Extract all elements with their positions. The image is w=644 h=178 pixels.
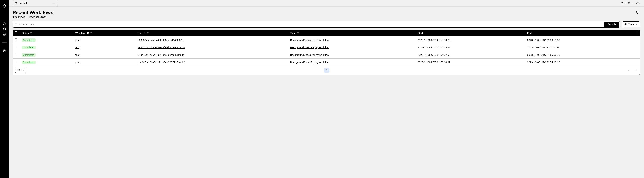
col-run-id: Run ID (138, 32, 146, 35)
separator-dot: • (26, 16, 28, 18)
run-id-link[interactable]: d68d934b-ec53-445f-8f05-c574049fc82b (138, 39, 184, 41)
start-time: 2023-11-08 UTC 21:58:50.73 (418, 39, 450, 41)
svg-point-5 (16, 3, 16, 4)
end-time: 2023-11-08 UTC 21:57:15.95 (527, 46, 560, 49)
page-size-selector[interactable]: 100 (15, 68, 26, 73)
schedules-nav-icon[interactable] (2, 27, 6, 31)
col-status: Status (22, 32, 29, 35)
col-type: Type (290, 32, 296, 35)
workflow-type-link[interactable]: BackgroundCheckReplayWorkflow (290, 46, 329, 49)
start-time: 2023-11-08 UTC 21:56:15.93 (418, 46, 450, 49)
workflow-type-link[interactable]: BackgroundCheckReplayWorkflow (290, 61, 329, 64)
status-badge: Completed (22, 38, 36, 42)
svg-point-4 (15, 2, 17, 4)
row-checkbox[interactable] (15, 38, 18, 41)
workflow-id-link[interactable]: test (76, 46, 80, 49)
workflow-type-link[interactable]: BackgroundCheckReplayWorkflow (290, 53, 329, 56)
target-icon (15, 2, 18, 5)
run-id-link[interactable]: 640b46c1-e56b-4031-bf86-e8fbd4034d4b (138, 53, 184, 56)
search-wrapper: Search (12, 21, 620, 28)
table-row: Completedtestce44a7be-8ba0-4111-b8af-998… (13, 59, 640, 66)
select-all-checkbox[interactable] (15, 32, 18, 34)
run-id-link[interactable]: 4e461b7c-db5d-491e-8f42-b84e3c849b30 (138, 46, 185, 49)
refresh-button[interactable] (635, 10, 640, 15)
status-badge: Completed (22, 61, 36, 64)
svg-point-0 (3, 22, 6, 25)
chevron-down-icon (22, 70, 24, 71)
svg-rect-2 (3, 33, 6, 34)
svg-point-10 (637, 33, 638, 33)
table-row: Completedtest640b46c1-e56b-4031-bf86-e8f… (13, 51, 640, 59)
filter-icon[interactable] (90, 32, 92, 34)
filter-icon[interactable] (147, 32, 149, 34)
next-page-button[interactable] (634, 69, 638, 72)
end-time: 2023-11-08 UTC 21:55:37.70 (527, 53, 560, 56)
workflows-nav-icon[interactable] (2, 22, 6, 26)
clock-icon (621, 2, 623, 5)
svg-point-11 (637, 34, 638, 34)
time-filter-label: All Time (624, 23, 634, 26)
filter-icon[interactable] (30, 32, 32, 34)
col-end: End (527, 32, 532, 35)
namespace-selector[interactable]: default (12, 1, 57, 6)
column-config-icon[interactable] (637, 32, 638, 35)
start-time: 2023-11-08 UTC 21:54:37.68 (418, 53, 450, 56)
page-title: Recent Workflows (12, 10, 53, 15)
row-checkbox[interactable] (15, 53, 18, 56)
temporal-logo-icon[interactable] (2, 3, 6, 10)
download-json-link[interactable]: Download JSON (29, 16, 46, 18)
table-row: Completedtest4e461b7c-db5d-491e-8f42-b84… (13, 44, 640, 51)
svg-point-9 (637, 32, 638, 32)
pagination: 100 1 (13, 66, 640, 75)
namespaces-nav-icon[interactable] (2, 49, 6, 53)
workflow-id-link[interactable]: test (76, 53, 80, 56)
workflow-id-link[interactable]: test (76, 61, 80, 64)
page-size-value: 100 (17, 69, 22, 72)
workflow-id-link[interactable]: test (76, 39, 80, 41)
workflows-table: Status Workflow ID Run ID Type Start End… (12, 30, 640, 75)
search-button[interactable]: Search (604, 22, 620, 27)
chevron-down-icon (53, 2, 55, 4)
run-id-link[interactable]: ce44a7be-8ba0-4111-b8af-9987725cabb2 (138, 61, 185, 64)
timezone-value: UTC (624, 2, 630, 5)
status-badge: Completed (22, 53, 36, 57)
col-start: Start (418, 32, 423, 35)
col-workflow-id: Workflow ID (76, 32, 89, 35)
prev-page-button[interactable] (627, 69, 631, 72)
end-time: 2023-11-08 UTC 21:54:19.13 (527, 61, 560, 64)
sidebar (0, 0, 8, 178)
start-time: 2023-11-08 UTC 21:53:18.97 (418, 61, 450, 64)
page-subtitle: 4 workflows • Download JSON (12, 16, 53, 18)
timezone-selector[interactable]: UTC (621, 2, 633, 5)
chevron-down-icon (636, 23, 638, 25)
search-input[interactable] (19, 21, 601, 28)
table-row: Completedtestd68d934b-ec53-445f-8f05-c57… (13, 36, 640, 44)
sidebar-divider (2, 42, 6, 43)
current-page[interactable]: 1 (324, 68, 330, 73)
archive-nav-icon[interactable] (2, 32, 6, 36)
workflow-count: 4 workflows (12, 16, 25, 18)
row-checkbox[interactable] (15, 61, 18, 63)
workflow-type-link[interactable]: BackgroundCheckReplayWorkflow (290, 39, 329, 41)
topbar: default UTC (8, 0, 644, 7)
svg-point-7 (639, 3, 639, 3)
namespace-value: default (19, 2, 27, 5)
status-badge: Completed (22, 46, 36, 49)
feedback-icon[interactable] (636, 2, 640, 5)
search-icon (15, 23, 18, 26)
end-time: 2023-11-08 UTC 21:59:50.90 (527, 39, 560, 41)
chevron-down-icon (631, 2, 633, 4)
filter-icon[interactable] (297, 32, 299, 34)
svg-point-8 (15, 23, 17, 25)
time-filter-dropdown[interactable]: All Time (622, 21, 640, 28)
row-checkbox[interactable] (15, 46, 18, 49)
svg-point-1 (4, 23, 5, 24)
